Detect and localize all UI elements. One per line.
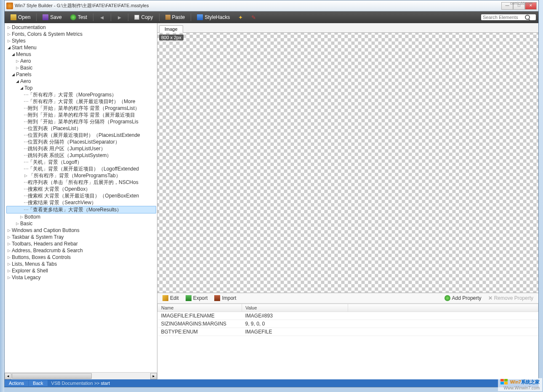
- tree-item[interactable]: ▷Basic: [6, 220, 156, 227]
- wand-icon: ✦: [238, 14, 243, 21]
- export-icon: [186, 295, 192, 301]
- picker-icon: ✎: [251, 14, 256, 21]
- status-back[interactable]: Back: [29, 380, 47, 386]
- tree-item[interactable]: ⋯跳转列表 系统区（JumpListSystem）: [6, 152, 156, 159]
- property-row[interactable]: BGTYPE:ENUMIMAGEFILE: [158, 328, 538, 336]
- tree-item[interactable]: ◢Start Menu: [6, 44, 156, 51]
- back-button[interactable]: ◄: [96, 13, 108, 21]
- tree-item[interactable]: ▷Address, Breadcrumb & Search: [6, 247, 156, 254]
- import-button[interactable]: Import: [212, 295, 239, 301]
- tree-item[interactable]: ◢Aero: [6, 78, 156, 85]
- pencil-icon: [162, 295, 168, 301]
- search-icon[interactable]: [525, 15, 530, 20]
- folder-icon: [11, 14, 16, 20]
- scroll-right-button[interactable]: ►: [150, 373, 157, 379]
- property-row[interactable]: SIZINGMARGINS:MARGINS9, 9, 0, 0: [158, 320, 538, 328]
- tree-item[interactable]: ◢Panels: [6, 71, 156, 78]
- tree-item[interactable]: ⋯跳转列表 用户区（JumpListUser）: [6, 145, 156, 152]
- tree-item[interactable]: ⋯「查看更多结果」大背景（MoreResults）: [6, 206, 156, 213]
- style-tree[interactable]: ▷Documentation▷Fonts, Colors & System Me…: [5, 23, 157, 372]
- scroll-thumb[interactable]: [12, 373, 92, 379]
- window-title: Win7 Style Builder - G:\主题制作\主题\FATE\FAT…: [15, 3, 501, 9]
- tab-image[interactable]: Image: [159, 25, 183, 33]
- tree-item[interactable]: ⋯「关机」背景（Logoff）: [6, 159, 156, 165]
- app-window: Win7 Style Builder - G:\主题制作\主题\FATE\FAT…: [4, 0, 539, 387]
- search-box[interactable]: [481, 14, 536, 20]
- tool-picker-button[interactable]: ✎: [248, 13, 259, 21]
- image-dimensions: 800 x 2px: [159, 35, 184, 40]
- tree-item[interactable]: ▷Taskbar & System Tray: [6, 234, 156, 240]
- tree-item[interactable]: ⋯附到「开始」菜单的程序等 分隔符（ProgramsLis: [6, 118, 156, 125]
- search-input[interactable]: [483, 15, 525, 20]
- paste-icon: [165, 15, 170, 20]
- property-toolbar: Edit Export Import Add Property ✕Remove …: [157, 293, 538, 304]
- status-link[interactable]: start: [101, 381, 110, 386]
- test-button[interactable]: Test: [67, 13, 90, 21]
- tree-item[interactable]: ⋯位置列表（展开最近项目时）（PlacesListExtende: [6, 132, 156, 139]
- tree-item[interactable]: ⋯搜索结果 背景（SearchView）: [6, 199, 156, 206]
- arrow-right-icon: ►: [117, 14, 122, 21]
- main-toolbar: Open Save Test ◄ ► Copy Paste StyleHacks…: [5, 11, 538, 23]
- windows-logo-icon: [500, 379, 509, 386]
- tree-item[interactable]: ◢Top: [6, 85, 156, 91]
- remove-property-button[interactable]: ✕Remove Property: [486, 295, 536, 301]
- property-row[interactable]: IMAGEFILE:FILENAMEIMAGE#893: [158, 312, 538, 320]
- tree-item[interactable]: ⋯附到「开始」菜单的程序等 背景（展开最近项目: [6, 112, 156, 118]
- tree-item[interactable]: ▷Windows and Caption Buttons: [6, 227, 156, 234]
- watermark-top: comicdd.com: [510, 1, 532, 5]
- tree-item[interactable]: ▷Fonts, Colors & System Metrics: [6, 31, 156, 37]
- tree-item[interactable]: ▷Vista Legacy: [6, 274, 156, 281]
- tree-item[interactable]: ⋯搜索框 大背景（展开最近项目）（OpenBoxExten: [6, 192, 156, 199]
- play-icon: [70, 14, 76, 20]
- disk-icon: [43, 14, 48, 20]
- statusbar: Actions Back VSB Documentation >> start: [5, 379, 538, 387]
- titlebar[interactable]: Win7 Style Builder - G:\主题制作\主题\FATE\FAT…: [5, 0, 538, 11]
- tree-item[interactable]: ⋯程序列表（单击「所有程序」后展开的，NSCHos: [6, 179, 156, 186]
- import-icon: [214, 295, 220, 301]
- tool-wand-button[interactable]: ✦: [235, 13, 246, 21]
- tree-item[interactable]: ⋯附到「开始」菜单的程序等 背景（ProgramsList）: [6, 105, 156, 112]
- tree-item[interactable]: ▷Explorer & Shell: [6, 267, 156, 274]
- col-name[interactable]: Name: [158, 304, 242, 312]
- arrow-left-icon: ◄: [99, 14, 105, 21]
- tree-item[interactable]: ▷Documentation: [6, 24, 156, 31]
- copy-icon: [134, 15, 139, 20]
- tree-item[interactable]: ▷Toolbars, Headers and Rebar: [6, 240, 156, 247]
- tree-item[interactable]: ▷Buttons, Boxes & Controls: [6, 254, 156, 261]
- paste-button[interactable]: Paste: [162, 13, 189, 21]
- property-table[interactable]: Name Value IMAGEFILE:FILENAMEIMAGE#893SI…: [157, 304, 538, 379]
- x-icon: ✕: [488, 295, 492, 301]
- watermark-bottom: Win7系统之家 Www.Winwin7.com: [498, 378, 542, 391]
- tree-item[interactable]: ▷Bottom: [6, 213, 156, 220]
- tree-item[interactable]: ◢Menus: [6, 51, 156, 58]
- image-canvas[interactable]: 800 x 2px: [157, 33, 538, 293]
- plus-icon: [445, 295, 450, 301]
- tree-item[interactable]: ⋯「所有程序」大背景（展开最近项目时）（More: [6, 98, 156, 105]
- status-text: VSB Documentation >> start: [48, 381, 113, 386]
- col-value[interactable]: Value: [242, 304, 348, 312]
- tree-item[interactable]: ⋯位置列表（PlacesList）: [6, 125, 156, 132]
- edit-button[interactable]: Edit: [160, 295, 181, 301]
- tree-item[interactable]: ▷Styles: [6, 37, 156, 44]
- save-button[interactable]: Save: [39, 13, 65, 21]
- tree-item[interactable]: ▷「所有程序」背景（MoreProgramsTab）: [6, 172, 156, 179]
- tree-item[interactable]: ⋯「关机」背景（展开最近项目）（LogoffExtended: [6, 165, 156, 172]
- status-actions[interactable]: Actions: [5, 380, 28, 386]
- app-icon: [6, 3, 13, 9]
- tree-item[interactable]: ▷Basic: [6, 64, 156, 71]
- export-button[interactable]: Export: [183, 295, 210, 301]
- canvas-tabstrip: Image: [157, 23, 538, 33]
- copy-button[interactable]: Copy: [131, 13, 156, 21]
- tree-hscrollbar[interactable]: ◄ ►: [5, 372, 157, 379]
- add-property-button[interactable]: Add Property: [442, 295, 484, 301]
- tree-panel: ▷Documentation▷Fonts, Colors & System Me…: [5, 23, 157, 379]
- tree-item[interactable]: ⋯位置列表 分隔符（PlacesListSeparator）: [6, 139, 156, 145]
- tree-item[interactable]: ▷Lists, Menus & Tabs: [6, 261, 156, 267]
- open-button[interactable]: Open: [7, 13, 34, 21]
- tree-item[interactable]: ▷Aero: [6, 58, 156, 64]
- tree-item[interactable]: ⋯搜索框 大背景（OpenBox）: [6, 186, 156, 192]
- stylehacks-button[interactable]: StyleHacks: [194, 13, 233, 21]
- forward-button[interactable]: ►: [114, 13, 126, 21]
- tree-item[interactable]: ⋯「所有程序」大背景（MorePrograms）: [6, 91, 156, 98]
- scroll-left-button[interactable]: ◄: [5, 373, 11, 379]
